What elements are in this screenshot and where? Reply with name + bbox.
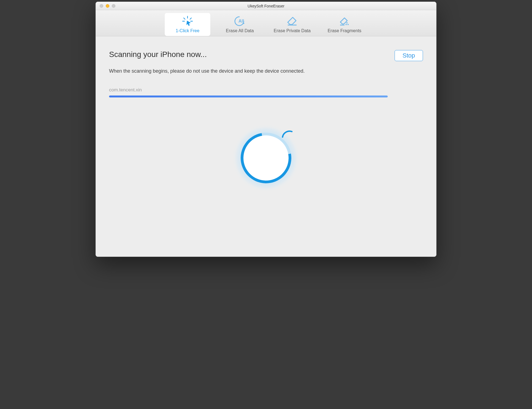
tab-label: Erase All Data	[226, 28, 254, 33]
svg-rect-9	[346, 24, 347, 25]
eraser-icon	[286, 16, 298, 27]
progress-bar-fill	[109, 96, 388, 97]
tab-erase-private-data[interactable]: Erase Private Data	[269, 13, 315, 36]
svg-point-6	[243, 23, 245, 24]
tab-label: 1-Click Free	[176, 28, 199, 33]
titlebar[interactable]: UkeySoft FoneEraser	[96, 2, 436, 10]
svg-text:All: All	[238, 19, 244, 23]
tab-erase-fragments[interactable]: Erase Fragments	[322, 13, 367, 36]
window-title: UkeySoft FoneEraser	[96, 4, 436, 8]
instruction-text: When the scanning begins, please do not …	[109, 68, 423, 74]
svg-line-1	[184, 18, 185, 19]
page-title: Scanning your iPhone now...	[109, 50, 207, 59]
app-window: UkeySoft FoneEraser 1-Click Free	[96, 2, 436, 257]
progress-bar	[109, 96, 388, 97]
tab-label: Erase Fragments	[328, 28, 362, 33]
spinner-container	[109, 128, 423, 188]
svg-line-2	[190, 18, 191, 19]
tab-label: Erase Private Data	[274, 28, 311, 33]
scanning-spinner-icon	[236, 128, 296, 188]
content-area: Scanning your iPhone now... Stop When th…	[96, 36, 436, 257]
svg-rect-10	[348, 24, 349, 25]
svg-rect-11	[346, 22, 348, 23]
tab-1-click-free[interactable]: 1-Click Free	[165, 13, 210, 36]
toolbar-tabs: 1-Click Free All Erase All Data	[96, 10, 436, 36]
click-icon	[181, 16, 194, 27]
all-icon: All	[234, 16, 246, 27]
current-scan-item: com.tencent.xin	[109, 87, 423, 93]
eraser-fragment-icon	[338, 16, 351, 27]
stop-button[interactable]: Stop	[395, 50, 423, 61]
tab-erase-all-data[interactable]: All Erase All Data	[217, 13, 263, 36]
